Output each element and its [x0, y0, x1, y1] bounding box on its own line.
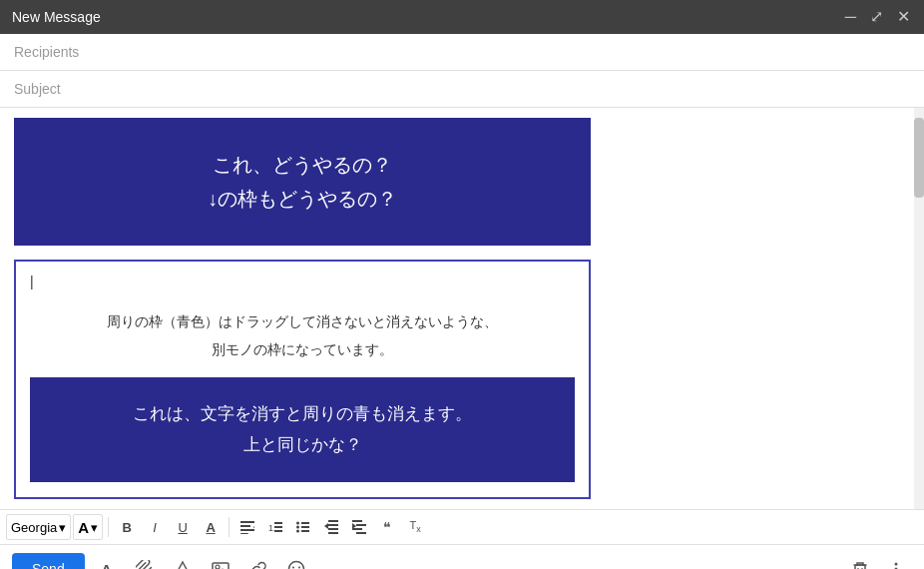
svg-rect-32 — [855, 565, 865, 569]
quote-button[interactable]: ❝ — [374, 514, 400, 540]
font-size-dropdown-icon: ▾ — [91, 520, 98, 535]
indent-less-button[interactable] — [318, 514, 344, 540]
editor-area[interactable]: これ、どうやるの？ ↓の枠もどうやるの？ | 周りの枠（青色）はドラッグして消さ… — [0, 108, 924, 509]
subject-field-row — [0, 71, 924, 108]
svg-rect-23 — [356, 532, 366, 534]
svg-point-35 — [895, 563, 898, 566]
align-icon — [240, 520, 254, 534]
send-button[interactable]: Send — [12, 553, 85, 569]
ordered-list-button[interactable]: 1. — [262, 514, 288, 540]
title-bar-controls: ─ ⤢ ✕ — [843, 9, 912, 25]
font-color-icon: A — [206, 520, 215, 535]
banner2-line2: 上と同じかな？ — [50, 430, 555, 461]
bottom-right-actions — [844, 553, 912, 569]
indent-more-button[interactable] — [346, 514, 372, 540]
photo-button[interactable] — [205, 553, 236, 569]
separator-1 — [108, 517, 109, 537]
svg-point-11 — [296, 530, 299, 533]
resize-button[interactable]: ⤢ — [868, 9, 885, 25]
title-bar: New Message ─ ⤢ ✕ — [0, 0, 924, 34]
svg-point-31 — [298, 567, 300, 569]
banner2-line1: これは、文字を消すと周りの青も消えます。 — [50, 399, 555, 430]
remove-format-button[interactable]: Tx — [402, 514, 428, 540]
svg-rect-8 — [274, 530, 282, 532]
align-button[interactable] — [234, 514, 260, 540]
svg-rect-1 — [240, 525, 250, 527]
more-options-button[interactable] — [880, 553, 912, 569]
italic-button[interactable]: I — [142, 514, 168, 540]
inner-text: 周りの枠（青色）はドラッグして消さないと消えないような、 別モノの枠になっていま… — [30, 307, 575, 363]
underline-button[interactable]: U — [170, 514, 196, 540]
svg-point-28 — [216, 565, 220, 569]
font-size-label: A — [78, 519, 89, 536]
bold-button[interactable]: B — [114, 514, 140, 540]
bottom-left-actions: Send A — [12, 553, 312, 569]
separator-2 — [229, 517, 230, 537]
photo-icon — [212, 560, 230, 569]
indent-less-icon — [324, 520, 338, 534]
svg-marker-25 — [176, 562, 190, 569]
svg-rect-3 — [240, 533, 248, 534]
svg-rect-15 — [328, 520, 338, 522]
discard-button[interactable] — [844, 553, 876, 569]
svg-point-10 — [296, 526, 299, 529]
recipients-field-row — [0, 34, 924, 71]
svg-rect-20 — [352, 520, 362, 522]
link-button[interactable] — [242, 553, 274, 569]
svg-rect-21 — [356, 524, 366, 526]
svg-point-30 — [292, 567, 294, 569]
attach-icon — [136, 560, 154, 569]
format-icon: A — [101, 561, 112, 570]
ordered-list-icon: 1. — [268, 520, 282, 534]
unordered-list-button[interactable] — [290, 514, 316, 540]
svg-point-9 — [296, 522, 299, 525]
top-blue-banner: これ、どうやるの？ ↓の枠もどうやるの？ — [14, 118, 591, 246]
recipients-input[interactable] — [14, 44, 910, 60]
indent-more-icon — [352, 520, 366, 534]
font-color-button[interactable]: A — [198, 514, 224, 540]
banner1-line1: これ、どうやるの？ — [34, 148, 571, 182]
cursor-line: | — [30, 274, 575, 291]
close-button[interactable]: ✕ — [895, 9, 912, 25]
window-title: New Message — [12, 9, 101, 25]
subject-input[interactable] — [14, 81, 910, 97]
svg-rect-18 — [328, 532, 338, 534]
compose-window: New Message ─ ⤢ ✕ これ、どうやるの？ ↓の枠もどうやるの？ |… — [0, 0, 924, 569]
bottom-bar: Send A — [0, 544, 924, 569]
scrollbar[interactable] — [914, 108, 924, 509]
emoji-button[interactable] — [280, 553, 312, 569]
drive-icon — [174, 560, 192, 569]
format-text-button[interactable]: A — [91, 553, 123, 569]
unordered-list-icon — [296, 520, 310, 534]
inner-text-line2: 別モノの枠になっています。 — [30, 335, 575, 363]
font-size-selector[interactable]: A ▾ — [73, 514, 103, 540]
svg-rect-12 — [301, 522, 309, 524]
link-icon — [249, 560, 267, 569]
trash-icon — [851, 560, 869, 569]
emoji-icon — [287, 560, 305, 569]
remove-format-icon: Tx — [409, 519, 420, 534]
font-selector[interactable]: Georgia ▾ — [6, 514, 71, 540]
svg-rect-17 — [328, 528, 338, 530]
formatting-toolbar: Georgia ▾ A ▾ B I U A 1. — [0, 509, 924, 544]
banner1-line2: ↓の枠もどうやるの？ — [34, 182, 571, 216]
inner-text-line1: 周りの枠（青色）はドラッグして消さないと消えないような、 — [30, 307, 575, 335]
minimize-button[interactable]: ─ — [843, 9, 858, 25]
svg-point-29 — [288, 562, 303, 570]
svg-rect-27 — [213, 563, 229, 569]
inner-blue-banner: これは、文字を消すと周りの青も消えます。 上と同じかな？ — [30, 377, 575, 482]
editor-content-area[interactable]: | 周りの枠（青色）はドラッグして消さないと消えないような、 別モノの枠になって… — [14, 260, 591, 499]
svg-rect-7 — [274, 526, 282, 528]
svg-rect-0 — [240, 521, 254, 523]
svg-rect-13 — [301, 526, 309, 528]
svg-marker-19 — [324, 523, 328, 529]
svg-rect-2 — [240, 529, 254, 531]
svg-rect-22 — [352, 528, 362, 530]
drive-button[interactable] — [167, 553, 199, 569]
svg-rect-14 — [301, 530, 309, 532]
scrollbar-thumb[interactable] — [914, 118, 924, 198]
svg-rect-16 — [328, 524, 338, 526]
svg-rect-6 — [274, 522, 282, 524]
attach-button[interactable] — [129, 553, 161, 569]
font-dropdown-icon: ▾ — [59, 520, 66, 535]
